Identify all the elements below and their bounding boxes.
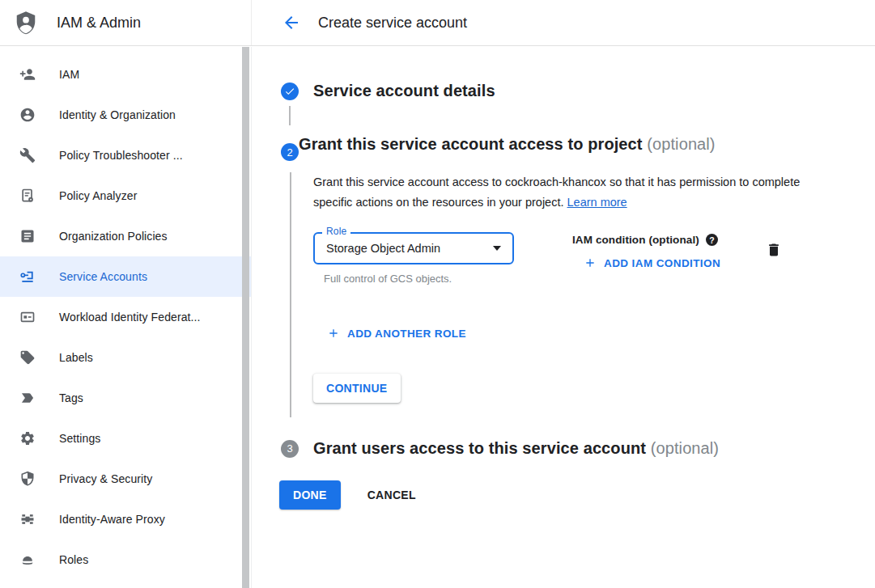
sidebar-item-label: Identity-Aware Proxy — [59, 513, 165, 526]
app-header: IAM & Admin — [0, 0, 252, 45]
sidebar-item-label: Labels — [59, 351, 93, 364]
gear-icon — [19, 430, 36, 446]
sidebar-item-label: IAM — [59, 68, 79, 81]
sidebar-item-label: Settings — [59, 432, 100, 445]
role-dropdown[interactable]: Storage Object Admin — [313, 232, 514, 264]
step-2-optional-suffix: (optional) — [647, 135, 715, 153]
sidebar-item-policy-analyzer[interactable]: Policy Analyzer — [0, 176, 251, 216]
step-3-number-badge: 3 — [281, 440, 299, 458]
sidebar-item-workload-identity-federation[interactable]: Workload Identity Federat... — [0, 297, 251, 337]
plus-icon — [327, 327, 347, 340]
page-title: Create service account — [318, 15, 467, 32]
sidebar-item-label: Policy Analyzer — [59, 189, 137, 202]
scrollbar-thumb[interactable] — [242, 47, 249, 588]
plus-icon — [584, 256, 604, 269]
sidebar-item-policy-troubleshooter[interactable]: Policy Troubleshooter ... — [0, 135, 251, 176]
sidebar-item-label: Roles — [59, 553, 88, 566]
step-2-description: Grant this service account access to coc… — [313, 172, 815, 213]
step-3-grant-users-access: 3 Grant users access to this service acc… — [281, 439, 875, 458]
account-circle-icon — [19, 107, 36, 123]
add-iam-condition-button[interactable]: ADD IAM CONDITION — [584, 256, 720, 269]
service-account-key-icon — [19, 269, 36, 285]
sidebar-item-label: Organization Policies — [59, 230, 168, 243]
tag-icon — [19, 349, 36, 366]
create-service-account-panel: Service account details 2 Grant this ser… — [253, 47, 875, 588]
continue-button[interactable]: CONTINUE — [313, 374, 401, 403]
sidebar-item-identity-organization[interactable]: Identity & Organization — [0, 95, 251, 135]
step-2-number-badge: 2 — [281, 143, 299, 161]
sidebar-item-identity-aware-proxy[interactable]: Identity-Aware Proxy — [0, 499, 251, 539]
sidebar-item-privacy-security[interactable]: Privacy & Security — [0, 459, 251, 499]
iam-admin-shield-icon — [14, 9, 38, 36]
step-1-completed-check-icon — [281, 82, 299, 100]
iam-condition-column: IAM condition (optional) ? ADD IAM CONDI… — [572, 232, 720, 269]
shield-quartered-icon — [19, 471, 36, 487]
sidebar-item-label: Service Accounts — [59, 270, 147, 283]
role-dropdown-value: Storage Object Admin — [326, 242, 440, 255]
step-connector — [289, 106, 291, 125]
wrench-icon — [19, 147, 36, 163]
delete-role-button[interactable] — [766, 242, 782, 258]
top-header: IAM & Admin Create service account — [0, 0, 875, 46]
step-1-title: Service account details — [313, 82, 495, 100]
sidebar-item-service-accounts[interactable]: Service Accounts — [0, 256, 251, 297]
article-icon — [19, 228, 36, 244]
arrow-left-icon — [282, 13, 301, 32]
sidebar-item-roles[interactable]: Roles — [0, 539, 251, 580]
step-2-title: Grant this service account access to pro… — [299, 135, 643, 153]
sidebar-item-iam[interactable]: IAM — [0, 54, 251, 95]
step-2-grant-access: 2 Grant this service account access to p… — [281, 132, 875, 161]
role-row: Role Storage Object Admin Full control o… — [313, 232, 875, 285]
trash-icon — [766, 242, 782, 258]
hat-icon — [19, 552, 36, 568]
sidebar-item-labels[interactable]: Labels — [0, 337, 251, 378]
label-important-icon — [19, 390, 36, 406]
form-actions: DONE CANCEL — [279, 480, 875, 510]
help-icon[interactable]: ? — [706, 234, 718, 246]
sidebar-item-settings[interactable]: Settings — [0, 418, 251, 459]
sidebar-item-label: Tags — [59, 391, 83, 404]
role-field: Role Storage Object Admin Full control o… — [313, 232, 514, 285]
sidebar-item-label: Privacy & Security — [59, 472, 152, 485]
step-3-optional-suffix: (optional) — [651, 439, 719, 457]
sidebar-item-label: Policy Troubleshooter ... — [59, 149, 183, 162]
proxy-icon — [19, 511, 36, 527]
sidebar: IAM Identity & Organization Policy Troub… — [0, 47, 252, 588]
add-another-role-label: ADD ANOTHER ROLE — [347, 328, 466, 340]
add-iam-condition-label: ADD IAM CONDITION — [604, 257, 720, 269]
role-field-label: Role — [322, 226, 350, 237]
step-2-body: Grant this service account access to coc… — [290, 172, 875, 417]
sidebar-scrollbar[interactable] — [241, 47, 250, 588]
role-helper-text: Full control of GCS objects. — [313, 273, 514, 285]
iam-condition-label: IAM condition (optional) — [572, 234, 699, 246]
learn-more-link[interactable]: Learn more — [567, 196, 627, 209]
card-icon — [19, 309, 36, 325]
chevron-down-icon — [493, 246, 501, 251]
add-another-role-button[interactable]: ADD ANOTHER ROLE — [327, 327, 466, 340]
back-button[interactable] — [282, 13, 301, 32]
done-button[interactable]: DONE — [279, 480, 341, 510]
sidebar-item-label: Workload Identity Federat... — [59, 311, 201, 324]
cancel-button[interactable]: CANCEL — [367, 489, 416, 501]
step-2-description-text: Grant this service account access to coc… — [313, 176, 800, 209]
app-title: IAM & Admin — [57, 15, 141, 32]
step-3-title: Grant users access to this service accou… — [313, 439, 646, 457]
sidebar-item-label: Identity & Organization — [59, 108, 176, 121]
sidebar-item-tags[interactable]: Tags — [0, 378, 251, 418]
document-gear-icon — [19, 188, 36, 204]
person-add-icon — [19, 66, 36, 82]
sidebar-item-organization-policies[interactable]: Organization Policies — [0, 216, 251, 256]
page-header: Create service account — [252, 0, 875, 45]
step-1-service-account-details: Service account details — [281, 82, 875, 100]
